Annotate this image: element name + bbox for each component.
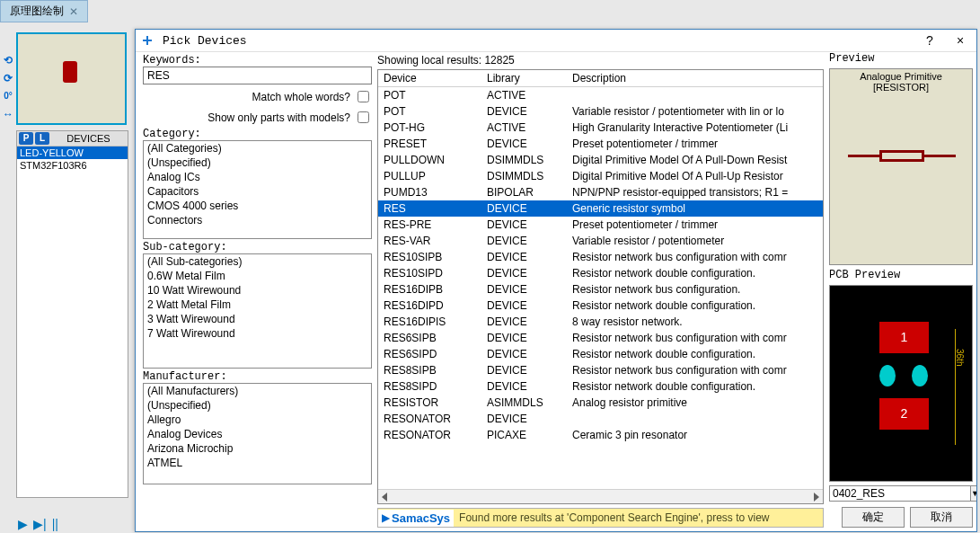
step-icon[interactable]: ▶| [33, 517, 47, 531]
col-description[interactable]: Description [567, 70, 823, 86]
cell-description: Digital Primitive Model Of A Pull-Up Res… [567, 168, 823, 184]
table-row[interactable]: RES10SIPBDEVICEResistor network bus conf… [378, 249, 823, 265]
table-row[interactable]: RES-VARDEVICEVariable resistor / potenti… [378, 233, 823, 249]
list-item[interactable]: ATMEL [144, 456, 371, 470]
list-item[interactable]: (All Categories) [144, 141, 371, 155]
table-row[interactable]: RESDEVICEGeneric resistor symbol [378, 200, 823, 217]
cell-device: POT [378, 87, 481, 103]
samacsys-message: Found more results at 'Component Search … [454, 511, 774, 524]
table-row[interactable]: RES-PREDEVICEPreset potentiometer / trim… [378, 217, 823, 233]
cell-device: POT-HG [378, 120, 481, 136]
dialog-title: Pick Devices [163, 34, 921, 48]
device-item[interactable]: STM32F103R6 [17, 159, 128, 172]
footprint-select[interactable] [829, 485, 971, 502]
pause-icon[interactable]: || [52, 517, 58, 531]
table-row[interactable]: RESONATORPICAXECeramic 3 pin resonator [378, 427, 823, 443]
list-item[interactable]: 0.6W Metal Film [144, 269, 371, 283]
subcategory-listbox[interactable]: (All Sub-categories)0.6W Metal Film10 Wa… [143, 253, 372, 369]
ok-button[interactable]: 确定 [842, 507, 905, 528]
list-item[interactable]: Analog Devices [144, 427, 371, 441]
cell-device: POT [378, 103, 481, 120]
list-item[interactable]: 10 Watt Wirewound [144, 283, 371, 298]
horizontal-scrollbar[interactable] [378, 489, 823, 503]
cell-description: Resistor network bus configuration with … [567, 362, 823, 378]
table-row[interactable]: RES6SIPBDEVICEResistor network bus confi… [378, 330, 823, 346]
close-button[interactable]: × [951, 33, 969, 48]
table-row[interactable]: RES16DIPDDEVICEResistor network double c… [378, 298, 823, 314]
pcb-preview: 1 2 36th [829, 285, 973, 482]
table-row[interactable]: RESONATORDEVICE [378, 411, 823, 427]
pcb-pad-2: 2 [879, 398, 929, 430]
l-badge-icon[interactable]: L [35, 132, 49, 145]
table-row[interactable]: PUMD13BIPOLARNPN/PNP resistor-equipped t… [378, 184, 823, 200]
pcb-preview-label: PCB Preview [829, 269, 973, 281]
led-symbol [63, 61, 77, 83]
table-row[interactable]: POTACTIVE [378, 87, 823, 103]
playback-controls: ▶ ▶| || [18, 517, 58, 531]
table-row[interactable]: RES8SIPDDEVICEResistor network double co… [378, 378, 823, 395]
cell-device: RES10SIPD [378, 265, 481, 281]
cell-description: Resistor network double configuration. [567, 298, 823, 314]
list-item[interactable]: 7 Watt Wirewound [144, 326, 371, 341]
list-item[interactable]: Allegro [144, 413, 371, 427]
list-item[interactable]: (All Manufacturers) [144, 384, 371, 398]
expand-icon[interactable]: ↔ [1, 107, 15, 121]
cell-library: ACTIVE [481, 120, 567, 136]
help-button[interactable]: ? [921, 33, 939, 48]
col-library[interactable]: Library [481, 70, 567, 86]
table-row[interactable]: RES10SIPDDEVICEResistor network double c… [378, 265, 823, 281]
category-listbox[interactable]: (All Categories)(Unspecified)Analog ICsC… [143, 140, 372, 239]
list-item[interactable]: 3 Watt Wirewound [144, 312, 371, 326]
table-row[interactable]: PULLDOWNDSIMMDLSDigital Primitive Model … [378, 152, 823, 168]
samacsys-banner[interactable]: ▶SamacSys Found more results at 'Compone… [377, 508, 824, 528]
angle-icon[interactable]: 0° [1, 89, 15, 103]
refresh-icon[interactable]: ⟲ [1, 53, 15, 67]
cell-description: Resistor network bus configuration with … [567, 330, 823, 346]
results-table-body[interactable]: POTACTIVEPOTDEVICEVariable resistor / po… [378, 87, 823, 489]
table-row[interactable]: RES16DIPISDEVICE8 way resistor network. [378, 314, 823, 330]
devices-list[interactable]: LED-YELLOWSTM32F103R6 [17, 147, 128, 497]
cancel-button[interactable]: 取消 [910, 507, 973, 528]
list-item[interactable]: 2 Watt Metal Film [144, 298, 371, 312]
table-row[interactable]: RES16DIPBDEVICEResistor network bus conf… [378, 281, 823, 298]
keywords-input[interactable] [143, 67, 372, 84]
manufacturer-listbox[interactable]: (All Manufacturers)(Unspecified)AllegroA… [143, 383, 372, 484]
table-row[interactable]: RESISTORASIMMDLSAnalog resistor primitiv… [378, 395, 823, 411]
filters-pane: Keywords: Match whole words? Show only p… [143, 52, 372, 528]
list-item[interactable]: Capacitors [144, 184, 371, 199]
list-item[interactable]: Analog ICs [144, 170, 371, 184]
dimension-text: 36th [955, 349, 965, 366]
left-toolbar: ⟲ ⟳ 0° ↔ [0, 49, 16, 125]
cell-description: Analog resistor primitive [567, 395, 823, 411]
table-row[interactable]: RES6SIPDDEVICEResistor network double co… [378, 346, 823, 362]
cell-description: NPN/PNP resistor-equipped transistors; R… [567, 184, 823, 200]
redo-icon[interactable]: ⟳ [1, 71, 15, 85]
list-item[interactable]: Arizona Microchip [144, 441, 371, 456]
device-item[interactable]: LED-YELLOW [17, 147, 128, 159]
models-only-checkbox[interactable] [358, 111, 369, 123]
table-row[interactable]: POT-HGACTIVEHigh Granularity Interactive… [378, 120, 823, 136]
list-item[interactable]: (Unspecified) [144, 155, 371, 170]
p-badge-icon[interactable]: P [19, 132, 33, 145]
cell-device: RES10SIPB [378, 249, 481, 265]
table-row[interactable]: PRESETDEVICEPreset potentiometer / trimm… [378, 136, 823, 152]
table-header: Device Library Description [378, 70, 823, 87]
close-icon[interactable]: ✕ [69, 5, 78, 18]
chevron-down-icon[interactable]: ▼ [971, 485, 976, 502]
col-device[interactable]: Device [378, 70, 481, 86]
cell-device: RES6SIPD [378, 346, 481, 362]
cell-description: Variable resistor / potentiometer with l… [567, 103, 823, 120]
tab-schematic[interactable]: 原理图绘制 ✕ [0, 0, 88, 22]
cell-library: DEVICE [481, 378, 567, 395]
table-row[interactable]: PULLUPDSIMMDLSDigital Primitive Model Of… [378, 168, 823, 184]
preview-pane: Preview Analogue Primitive [RESISTOR] PC… [829, 52, 973, 528]
list-item[interactable]: (All Sub-categories) [144, 254, 371, 269]
list-item[interactable]: CMOS 4000 series [144, 199, 371, 213]
list-item[interactable]: Connectors [144, 213, 371, 227]
table-row[interactable]: POTDEVICEVariable resistor / potentiomet… [378, 103, 823, 120]
table-row[interactable]: RES8SIPBDEVICEResistor network bus confi… [378, 362, 823, 378]
match-whole-checkbox[interactable] [358, 91, 369, 102]
list-item[interactable]: (Unspecified) [144, 398, 371, 413]
play-icon[interactable]: ▶ [18, 517, 28, 531]
keywords-label: Keywords: [143, 54, 372, 67]
